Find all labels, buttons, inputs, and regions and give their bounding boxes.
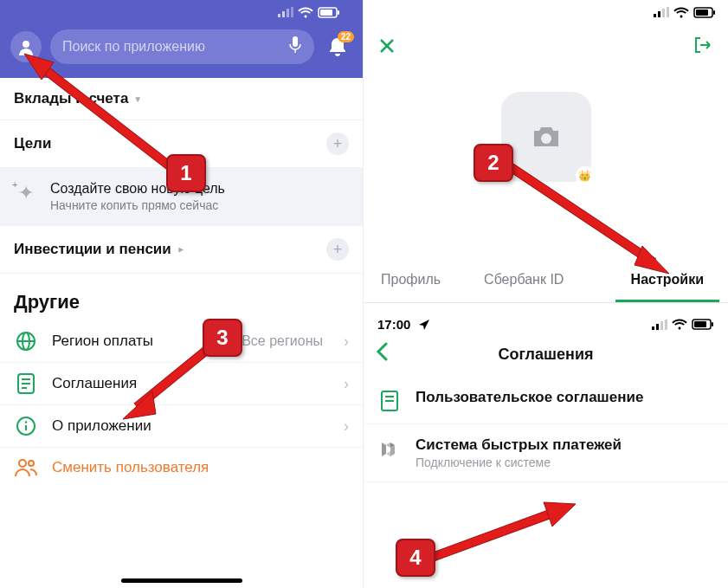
info-icon <box>14 416 38 436</box>
close-icon <box>379 38 395 54</box>
section-deposits-label: Вклады и счета <box>14 90 128 107</box>
row-user-agreement-label: Пользовательское соглашение <box>416 389 643 406</box>
back-button[interactable] <box>376 342 388 366</box>
section-deposits[interactable]: Вклады и счета ▼ <box>0 78 363 120</box>
tab-profile[interactable]: Профиль <box>364 260 456 302</box>
svg-point-21 <box>29 461 34 466</box>
svg-rect-32 <box>652 326 654 330</box>
globe-icon <box>14 331 38 352</box>
row-switch-label: Сменить пользователя <box>52 459 209 476</box>
svg-rect-23 <box>658 11 660 17</box>
battery-icon <box>693 7 716 18</box>
mic-button[interactable] <box>288 36 302 57</box>
svg-rect-24 <box>662 9 665 17</box>
svg-rect-0 <box>278 14 280 17</box>
sbp-icon <box>377 436 402 461</box>
svg-rect-37 <box>694 321 706 327</box>
chevron-right-icon: › <box>344 375 349 393</box>
location-icon <box>419 320 429 330</box>
screen-title: Соглашения <box>499 346 594 364</box>
svg-rect-35 <box>665 320 667 330</box>
svg-rect-22 <box>654 14 656 17</box>
signal-icon <box>278 7 293 17</box>
doc-icon <box>14 373 38 394</box>
chevron-right-icon: › <box>344 417 349 436</box>
profile-button[interactable] <box>10 31 42 62</box>
wifi-icon <box>672 319 687 330</box>
row-agreements-label: Соглашения <box>52 375 137 392</box>
svg-rect-27 <box>696 10 708 16</box>
battery-icon <box>318 7 340 18</box>
person-icon <box>17 38 35 55</box>
search-input[interactable]: Поиск по приложению <box>50 29 314 64</box>
svg-rect-2 <box>287 9 289 17</box>
row-agreements[interactable]: Соглашения › <box>0 363 363 405</box>
row-about-label: О приложении <box>52 417 151 435</box>
close-button[interactable] <box>379 36 395 59</box>
notifications-button[interactable]: 22 <box>323 36 352 57</box>
search-placeholder: Поиск по приложению <box>62 39 205 55</box>
profile-tabs: Профиль Сбербанк ID Настройки <box>364 260 728 303</box>
profile-screen: 👑 Профиль Сбербанк ID Настройки <box>364 0 728 303</box>
signal-icon <box>652 320 667 330</box>
chevron-down-icon: ▼ <box>133 94 142 104</box>
svg-rect-28 <box>713 10 715 15</box>
row-sbp-label: Система быстрых платежей <box>416 436 622 454</box>
tab-settings[interactable]: Настройки <box>615 260 719 302</box>
chevron-left-icon <box>376 342 388 361</box>
wifi-icon <box>298 7 313 18</box>
section-goals-label: Цели <box>14 135 51 152</box>
tab-sberid[interactable]: Сбербанк ID <box>468 260 579 302</box>
wifi-icon <box>673 7 689 18</box>
svg-point-18 <box>25 421 28 423</box>
row-sbp-sub: Подключение к системе <box>416 456 622 469</box>
row-region-label: Регион оплаты <box>52 333 153 350</box>
section-invest-label: Инвестиции и пенсии <box>14 241 171 258</box>
nav-bar: Соглашения <box>364 337 728 377</box>
svg-rect-5 <box>320 10 332 16</box>
right-pane: 👑 Профиль Сбербанк ID Настройки 17:00 <box>364 0 728 588</box>
svg-rect-8 <box>293 36 298 47</box>
status-bar <box>10 0 352 24</box>
row-region[interactable]: Регион оплаты Все регионы › <box>0 320 363 363</box>
svg-rect-6 <box>338 10 339 15</box>
chevron-right-icon: › <box>344 333 349 351</box>
add-goal-button[interactable]: + <box>326 132 349 155</box>
exit-icon <box>693 36 712 54</box>
doc-icon <box>377 389 402 411</box>
svg-point-7 <box>23 41 29 48</box>
row-user-agreement[interactable]: Пользовательское соглашение <box>364 377 728 424</box>
row-region-value: Все регионы <box>242 333 323 349</box>
goal-promo-card[interactable]: ✦+ Создайте свою новую цель Начните копи… <box>0 167 363 226</box>
app-header: Поиск по приложению 22 <box>0 0 363 78</box>
row-switch-user[interactable]: Сменить пользователя <box>0 448 363 488</box>
status-time: 17:00 <box>377 317 416 332</box>
svg-rect-25 <box>667 7 669 17</box>
sparkle-icon: ✦+ <box>14 181 38 205</box>
logout-button[interactable] <box>693 36 712 59</box>
goal-card-title: Создайте свою новую цель <box>50 181 225 197</box>
svg-point-20 <box>19 460 26 467</box>
svg-rect-33 <box>656 324 659 330</box>
chevron-right-icon: ▼ <box>176 245 185 254</box>
mic-icon <box>288 36 302 54</box>
avatar-placeholder[interactable]: 👑 <box>501 92 591 182</box>
svg-rect-1 <box>282 11 285 17</box>
svg-point-31 <box>541 133 551 144</box>
svg-rect-3 <box>291 7 293 17</box>
add-invest-button[interactable]: + <box>326 238 349 261</box>
status-bar <box>364 0 728 24</box>
left-pane: Поиск по приложению 22 Вклады и счета ▼ … <box>0 0 364 588</box>
crown-badge-icon: 👑 <box>576 166 595 185</box>
battery-icon <box>692 319 714 330</box>
section-goals[interactable]: Цели + <box>0 120 363 167</box>
row-about[interactable]: О приложении › <box>0 405 363 448</box>
row-sbp[interactable]: Система быстрых платежей Подключение к с… <box>364 424 728 482</box>
notif-badge: 22 <box>338 31 354 42</box>
goal-card-sub: Начните копить прямо сейчас <box>50 198 225 212</box>
home-indicator <box>121 578 242 583</box>
section-invest[interactable]: Инвестиции и пенсии ▼ + <box>0 226 363 274</box>
svg-rect-34 <box>660 321 663 330</box>
svg-rect-38 <box>712 322 713 326</box>
users-icon <box>14 458 38 477</box>
